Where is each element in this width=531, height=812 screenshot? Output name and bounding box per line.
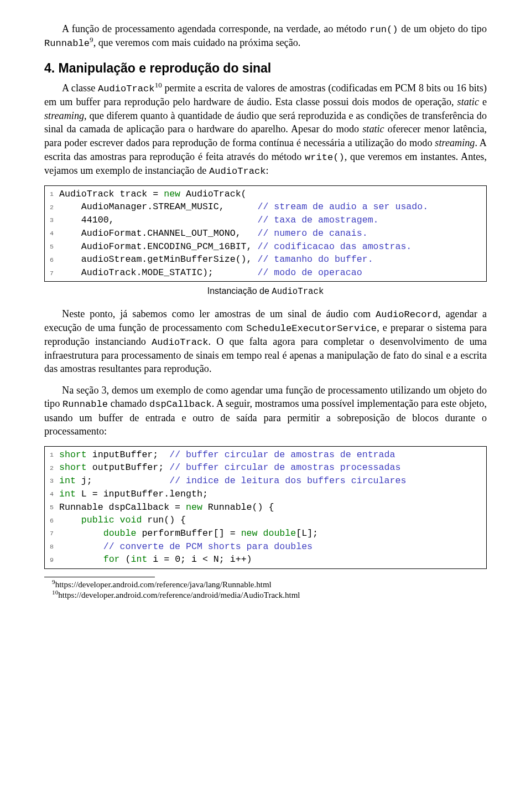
paragraph-intro: A função de processamento agendada corre… [44, 22, 487, 50]
footnote-text: https://developer.android.com/reference/… [55, 580, 272, 589]
code-text: Runnable() { [202, 502, 274, 513]
code-inline-audiotrack: AudioTrack [209, 166, 266, 177]
code-text: L = inputBuffer.length; [76, 489, 208, 499]
code-text: AudioFormat.ENCODING_PCM_16BIT, [59, 241, 257, 252]
footnote-rule [44, 577, 155, 577]
code-comment: // tamanho do buffer. [257, 254, 373, 265]
code-caption-1: Instanciação de AudioTrack [44, 285, 487, 298]
line-number: 7 [45, 527, 56, 540]
page-content: A função de processamento agendada corre… [0, 0, 531, 618]
paragraph-audiotrack: A classe AudioTrack10 permite a escrita … [44, 81, 487, 178]
code-comment: // buffer circular de amostras de entrad… [169, 449, 395, 460]
keyword-int: int [131, 554, 147, 565]
footnote-marker: 10 [52, 589, 58, 596]
line-number-gutter: 1 2 3 4 5 6 7 [45, 186, 56, 282]
line-number: 9 [45, 554, 56, 567]
code-text: AudioTrack track = [59, 189, 164, 199]
code-comment: // indice de leitura dos buffers circula… [169, 475, 406, 486]
code-text: audioStream.getMinBufferSize(), [59, 254, 257, 265]
code-inline-audiotrack: AudioTrack [98, 84, 155, 94]
code-comment: // buffer circular de amostras processad… [169, 462, 400, 473]
section-heading: 4. Manipulação e reprodução do sinal [44, 60, 487, 77]
footnote-10: 10https://developer.android.com/referenc… [44, 590, 487, 601]
code-text: inputBuffer; [87, 449, 169, 460]
footnote-text: https://developer.android.com/reference/… [58, 591, 300, 599]
keyword-double: double [263, 528, 296, 539]
line-number: 2 [45, 462, 56, 475]
code-inline-runnable: Runnable [44, 38, 90, 49]
footnotes: 9https://developer.android.com/reference… [44, 580, 487, 601]
code-text: Runnable dspCallback = [59, 502, 186, 513]
line-number-gutter: 1 2 3 4 5 6 7 8 9 [45, 447, 56, 568]
code-inline-run: run() [369, 24, 398, 35]
keyword-public: public [81, 515, 114, 525]
line-number: 7 [45, 267, 56, 280]
keyword-short: short [59, 462, 87, 473]
line-number: 8 [45, 540, 56, 554]
italic-streaming: streaming [44, 110, 84, 121]
code-inline-dspcallback: dspCallback [149, 399, 212, 410]
text: de um objeto do tipo [398, 23, 487, 34]
text: e [479, 96, 487, 107]
line-number: 4 [45, 227, 56, 240]
keyword-for: for [103, 554, 120, 565]
code-text: run() { [142, 515, 186, 525]
code-comment: // taxa de amostragem. [257, 215, 378, 225]
code-inline-audiotrack: AudioTrack [152, 337, 209, 348]
italic-streaming: streaming [435, 137, 475, 148]
code-text: j; [76, 475, 169, 486]
code-listing-2: 1 2 3 4 5 6 7 8 9 short inputBuffer; // … [44, 446, 487, 569]
code-listing-1: 1 2 3 4 5 6 7 AudioTrack track = new Aud… [44, 185, 487, 282]
code-inline-runnable: Runnable [63, 399, 108, 410]
keyword-int: int [59, 475, 76, 486]
paragraph-runnable: Na seção 3, demos um exemplo de como age… [44, 384, 487, 438]
line-number: 6 [45, 514, 56, 527]
code-comment: // codificacao das amostras. [257, 241, 412, 252]
code-inline-audiorecord: AudioRecord [376, 309, 438, 320]
code-comment: // stream de audio a ser usado. [257, 201, 428, 212]
code-comment: // modo de operacao [257, 267, 362, 278]
italic-static: static [457, 96, 479, 107]
code-text [59, 515, 81, 525]
text: Neste ponto, já sabemos como ler amostra… [62, 308, 376, 319]
code-text: [L]; [296, 528, 318, 539]
line-number: 5 [45, 240, 56, 254]
line-number: 3 [45, 474, 56, 488]
code-body: AudioTrack track = new AudioTrack( Audio… [56, 186, 486, 282]
code-inline-audiotrack: AudioTrack [272, 287, 324, 297]
code-text: i = 0; i < N; i++) [147, 554, 252, 565]
code-text: performBuffer[] = [136, 528, 241, 539]
code-inline-scheduleexecutorservice: ScheduleExecutorService [246, 323, 377, 334]
line-number: 6 [45, 254, 56, 267]
code-text: outputBuffer; [87, 462, 169, 473]
code-text: AudioManager.STREAM_MUSIC, [59, 201, 257, 212]
code-inline-write: write() [305, 152, 345, 163]
code-text: ( [120, 554, 131, 565]
caption-text: Instanciação de [207, 286, 272, 296]
keyword-new: new [186, 502, 202, 513]
code-text: 44100, [59, 215, 257, 225]
line-number: 1 [45, 448, 56, 462]
keyword-new: new [164, 189, 180, 199]
keyword-void: void [120, 515, 142, 525]
line-number: 3 [45, 214, 56, 227]
keyword-int: int [59, 489, 76, 499]
text: chamado [108, 398, 149, 409]
code-body: short inputBuffer; // buffer circular de… [56, 447, 486, 568]
text: A classe [62, 82, 98, 94]
paragraph-summary: Neste ponto, já sabemos como ler amostra… [44, 307, 487, 376]
text: A função de processamento agendada corre… [62, 23, 369, 34]
line-number: 2 [45, 201, 56, 214]
text: : [266, 165, 269, 176]
line-number: 4 [45, 488, 56, 501]
keyword-short: short [59, 449, 87, 460]
code-text [258, 528, 263, 539]
keyword-double: double [103, 528, 137, 539]
code-comment: // converte de PCM shorts para doubles [103, 541, 313, 552]
code-text: AudioFormat.CHANNEL_OUT_MONO, [59, 228, 257, 239]
code-text [114, 515, 120, 525]
footnote-ref-10: 10 [155, 81, 162, 89]
code-text: AudioTrack.MODE_STATIC); [59, 267, 257, 278]
keyword-new: new [241, 528, 258, 539]
text: , que veremos com mais cuidado na próxim… [93, 37, 301, 48]
